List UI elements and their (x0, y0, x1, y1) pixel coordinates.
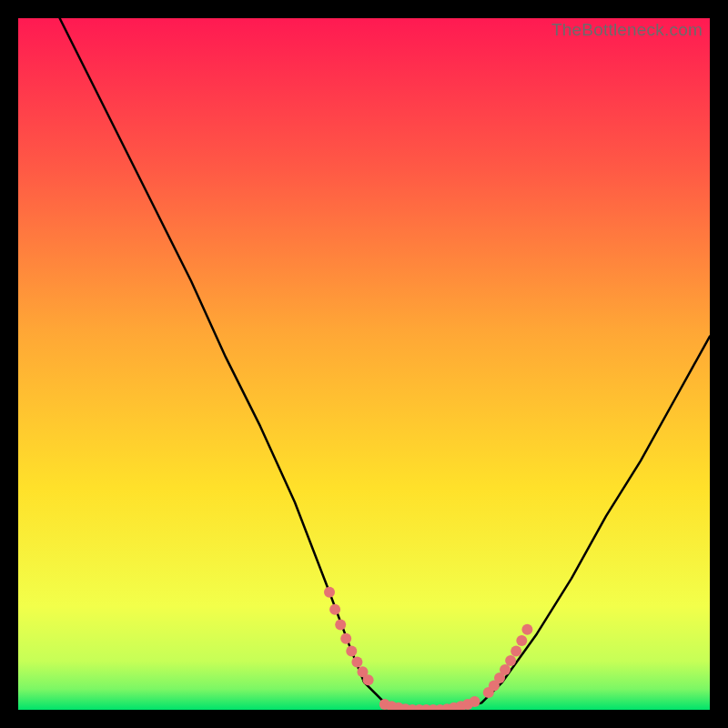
highlight-dot (505, 655, 516, 666)
highlight-dot (351, 657, 362, 668)
highlight-dot (516, 635, 527, 646)
gradient-background (18, 18, 710, 710)
watermark-text: TheBottleneck.com (551, 20, 703, 40)
highlight-dot (363, 674, 374, 685)
highlight-dot (329, 604, 340, 615)
highlight-dot (521, 624, 532, 635)
chart-frame: TheBottleneck.com (18, 18, 710, 710)
highlight-dot (335, 620, 346, 631)
highlight-dot (511, 645, 521, 656)
highlight-dot (324, 587, 335, 598)
highlight-dot (470, 696, 480, 707)
chart-svg (18, 18, 710, 710)
highlight-dot (500, 664, 511, 675)
highlight-dot (340, 633, 351, 644)
highlight-dot (346, 645, 357, 656)
